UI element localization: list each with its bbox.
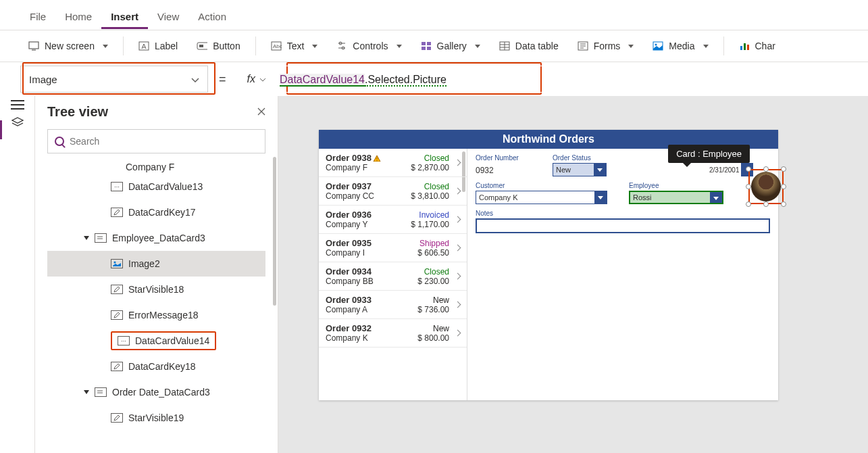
- controls-label: Controls: [353, 41, 388, 51]
- order-status: Invoiced: [419, 210, 449, 220]
- tree-item-label: DataCardKey17: [128, 207, 196, 218]
- formula-text[interactable]: DataCardValue14.Selected.Picture: [266, 73, 446, 86]
- menu-home[interactable]: Home: [55, 5, 101, 29]
- tree-item-image2[interactable]: Image2: [47, 251, 265, 277]
- order-status: Closed: [424, 182, 449, 191]
- resize-handle[interactable]: [746, 201, 751, 207]
- chevron-down-icon: [191, 74, 199, 85]
- resize-handle[interactable]: [746, 166, 751, 172]
- resize-handle[interactable]: [781, 166, 786, 172]
- tree-list: Company F⋯DataCardValue13DataCardKey17Em…: [47, 160, 265, 431]
- close-icon[interactable]: [257, 107, 265, 118]
- paid-date-value: 2/31/2001: [709, 166, 740, 174]
- table-icon: [499, 41, 510, 51]
- tree-search[interactable]: [47, 129, 265, 153]
- notes-input[interactable]: [476, 218, 770, 233]
- new-screen-label: New screen: [45, 41, 95, 51]
- tree-item-datacardkey17[interactable]: DataCardKey17: [47, 199, 265, 225]
- order-list-item[interactable]: Order 0932Company KNew$ 800.00: [319, 319, 467, 348]
- gallery-button[interactable]: Gallery: [413, 37, 488, 55]
- separator: [723, 37, 724, 55]
- order-number: Order 0932: [326, 323, 372, 333]
- menu-insert[interactable]: Insert: [101, 5, 148, 29]
- tree-panel: Tree view Company F⋯DataCardValue13DataC…: [35, 96, 278, 453]
- scrollbar[interactable]: [273, 157, 276, 306]
- order-company: Company I: [326, 248, 372, 258]
- app-preview: Northwind Orders Order 0938Company FClos…: [319, 130, 778, 400]
- formula-bar: Image = fx DataCardValue14.Selected.Pict…: [0, 62, 868, 96]
- resize-handle[interactable]: [781, 201, 786, 207]
- tree-item-label: DataCardValue13: [128, 181, 203, 192]
- tree-item-label: Company F: [126, 162, 174, 172]
- tree-item-employee-datacard3[interactable]: Employee_DataCard3: [47, 225, 265, 251]
- customer-select[interactable]: Company K: [476, 191, 607, 204]
- menu-view[interactable]: View: [148, 5, 188, 29]
- tree-item-errormessage18[interactable]: ErrorMessage18: [47, 302, 265, 328]
- order-list-item[interactable]: Order 0937Company CCClosed$ 3,810.00: [319, 177, 467, 206]
- text-icon: Abc: [271, 41, 282, 51]
- new-screen-button[interactable]: New screen: [20, 37, 116, 55]
- workarea: Tree view Company F⋯DataCardValue13DataC…: [0, 96, 868, 453]
- text-button[interactable]: Abc Text: [263, 37, 326, 55]
- forms-button[interactable]: Forms: [569, 37, 642, 55]
- order-number: Order 0936: [326, 210, 372, 220]
- employee-select[interactable]: Rossi: [629, 191, 723, 204]
- order-company: Company K: [326, 333, 372, 343]
- search-input[interactable]: [70, 136, 258, 147]
- resize-handle[interactable]: [781, 184, 786, 189]
- menu-action[interactable]: Action: [188, 5, 236, 29]
- tree-item-datacardkey18[interactable]: DataCardKey18: [47, 354, 265, 379]
- chevron-down-icon[interactable]: [259, 73, 266, 85]
- label-icon: [138, 41, 149, 51]
- expand-caret-icon[interactable]: [84, 390, 89, 394]
- controls-button[interactable]: Controls: [328, 37, 409, 55]
- canvas[interactable]: Northwind Orders Order 0938Company FClos…: [278, 96, 868, 453]
- rail-active-indicator: [0, 120, 2, 139]
- expand-caret-icon[interactable]: [84, 236, 89, 240]
- order-status-label: Order Status: [553, 154, 607, 162]
- order-list-item[interactable]: Order 0936Company YInvoiced$ 1,170.00: [319, 206, 467, 234]
- tree-view-icon[interactable]: [11, 118, 24, 127]
- chart-icon: [739, 41, 750, 51]
- label-button[interactable]: Label: [130, 37, 186, 55]
- order-amount: $ 736.00: [417, 305, 449, 314]
- order-list-item[interactable]: Order 0934Company BBClosed$ 230.00: [319, 262, 467, 291]
- chart-button[interactable]: Char: [731, 37, 784, 55]
- forms-label: Forms: [594, 41, 621, 51]
- gallery-icon: [421, 41, 432, 51]
- order-status-select[interactable]: New: [553, 163, 607, 176]
- search-icon: [55, 137, 64, 146]
- menubar: File Home Insert View Action: [0, 0, 868, 30]
- order-amount: $ 2,870.00: [411, 163, 449, 172]
- media-button[interactable]: Media: [644, 37, 716, 55]
- tree-item-datacardvalue13[interactable]: ⋯DataCardValue13: [47, 174, 265, 199]
- order-gallery[interactable]: Order 0938Company FClosed$ 2,870.00Order…: [319, 149, 467, 400]
- order-number: Order 0937: [326, 181, 374, 191]
- tree-item-order-date-datacard3[interactable]: Order Date_DataCard3: [47, 379, 265, 405]
- forms-icon: [578, 41, 588, 51]
- order-amount: $ 230.00: [417, 277, 449, 286]
- svg-rect-0: [29, 42, 39, 49]
- svg-point-30: [114, 262, 116, 264]
- order-list-item[interactable]: Order 0933Company ANew$ 736.00: [319, 291, 467, 319]
- separator: [255, 37, 256, 55]
- tree-item-starvisible18[interactable]: StarVisible18: [47, 277, 265, 302]
- order-list-item[interactable]: Order 0935Company IShipped$ 606.50: [319, 234, 467, 262]
- tree-item-company-f[interactable]: Company F: [47, 160, 265, 174]
- resize-handle[interactable]: [763, 201, 769, 207]
- order-list-item[interactable]: Order 0938Company FClosed$ 2,870.00: [319, 149, 467, 177]
- button-button[interactable]: Button: [188, 37, 248, 55]
- resize-handle[interactable]: [746, 184, 751, 189]
- tree-item-starvisible19[interactable]: StarVisible19: [47, 405, 265, 431]
- menu-file[interactable]: File: [20, 5, 55, 29]
- tree-item-datacardvalue14[interactable]: ⋯DataCardValue14: [47, 328, 265, 354]
- data-table-button[interactable]: Data table: [491, 37, 567, 55]
- order-status: Closed: [424, 267, 449, 277]
- resize-handle[interactable]: [763, 166, 769, 172]
- hamburger-icon[interactable]: [11, 104, 24, 105]
- formula-input-area[interactable]: fx DataCardValue14.Selected.Picture: [237, 66, 848, 93]
- order-number: Order 0935: [326, 238, 372, 248]
- employee-image-selected[interactable]: [748, 169, 784, 204]
- property-selector[interactable]: Image: [20, 66, 208, 93]
- label-text: Label: [155, 41, 178, 51]
